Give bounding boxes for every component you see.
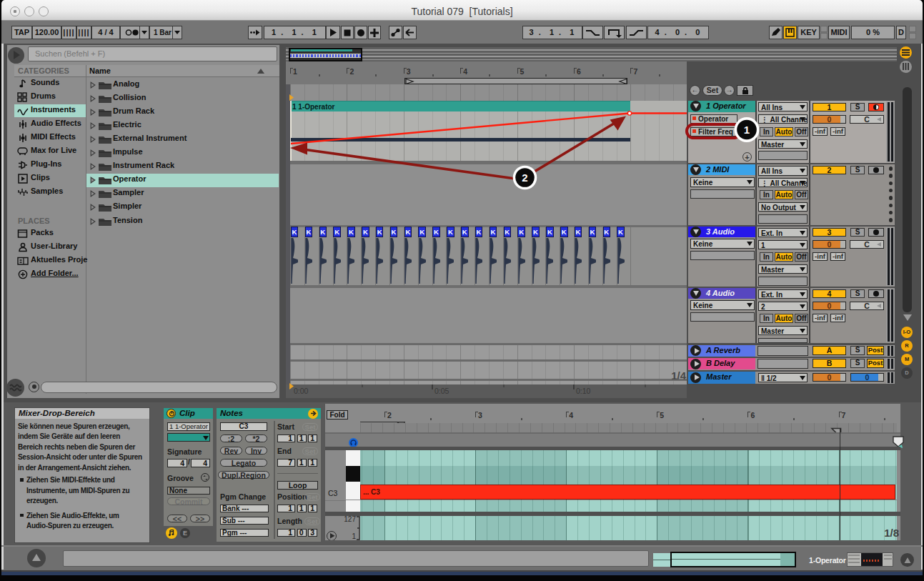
svg-text:2: 2 bbox=[522, 172, 527, 184]
svg-text:1: 1 bbox=[744, 124, 750, 136]
